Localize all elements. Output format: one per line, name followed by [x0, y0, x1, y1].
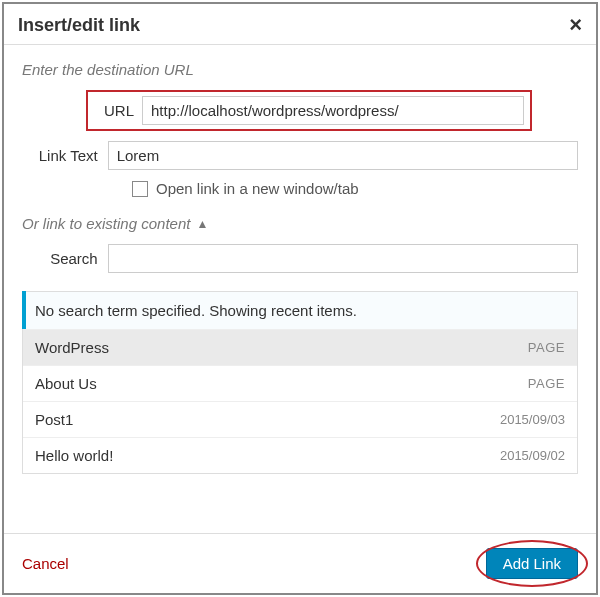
result-title: Post1: [35, 411, 73, 428]
search-label: Search: [22, 250, 108, 267]
existing-content-label: Or link to existing content: [22, 215, 190, 232]
result-title: WordPress: [35, 339, 109, 356]
url-label: URL: [94, 102, 142, 119]
url-input[interactable]: [142, 96, 524, 125]
insert-link-dialog: Insert/edit link × Enter the destination…: [2, 2, 598, 595]
results-list: No search term specified. Showing recent…: [22, 291, 578, 474]
addlink-wrap: Add Link: [486, 548, 578, 579]
dialog-content: Enter the destination URL URL Link Text …: [4, 45, 596, 533]
result-row[interactable]: About UsPAGE: [23, 366, 577, 402]
result-title: About Us: [35, 375, 97, 392]
result-row[interactable]: Hello world!2015/09/02: [23, 438, 577, 473]
dialog-header: Insert/edit link ×: [4, 4, 596, 45]
dialog-footer: Cancel Add Link: [4, 533, 596, 593]
linktext-input[interactable]: [108, 141, 578, 170]
newtab-label: Open link in a new window/tab: [156, 180, 359, 197]
linktext-label: Link Text: [22, 147, 108, 164]
result-row[interactable]: Post12015/09/03: [23, 402, 577, 438]
results-header: No search term specified. Showing recent…: [23, 292, 577, 330]
result-title: Hello world!: [35, 447, 113, 464]
search-input[interactable]: [108, 244, 578, 273]
cancel-button[interactable]: Cancel: [22, 555, 69, 572]
add-link-button[interactable]: Add Link: [486, 548, 578, 579]
search-row: Search: [22, 244, 578, 273]
result-meta: PAGE: [528, 376, 565, 391]
newtab-row[interactable]: Open link in a new window/tab: [132, 180, 578, 197]
newtab-checkbox[interactable]: [132, 181, 148, 197]
destination-section-label: Enter the destination URL: [22, 61, 578, 78]
url-row: URL: [22, 90, 578, 131]
url-highlight-box: URL: [86, 90, 532, 131]
linktext-row: Link Text: [22, 141, 578, 170]
result-meta: 2015/09/03: [500, 412, 565, 427]
caret-up-icon: ▲: [196, 217, 208, 231]
result-meta: 2015/09/02: [500, 448, 565, 463]
close-icon[interactable]: ×: [569, 14, 582, 36]
dialog-title: Insert/edit link: [18, 15, 140, 36]
existing-content-toggle[interactable]: Or link to existing content ▲: [22, 215, 578, 232]
result-meta: PAGE: [528, 340, 565, 355]
result-row[interactable]: WordPressPAGE: [23, 330, 577, 366]
